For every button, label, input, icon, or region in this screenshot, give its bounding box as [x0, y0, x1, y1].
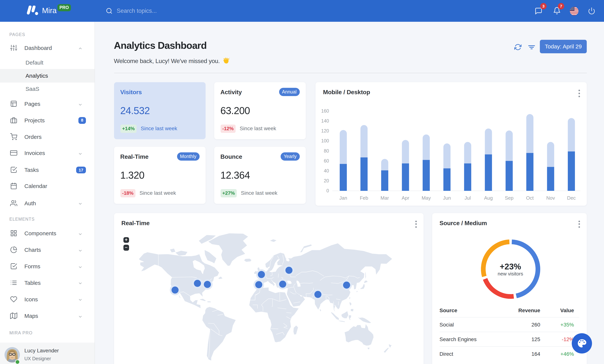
svg-text:Jan: Jan — [339, 195, 347, 201]
svg-text:Dec: Dec — [567, 195, 576, 201]
svg-text:Mar: Mar — [381, 195, 389, 201]
svg-text:40: 40 — [324, 168, 329, 173]
svg-text:20: 20 — [324, 178, 329, 183]
svg-text:Apr: Apr — [402, 195, 409, 201]
svg-text:60: 60 — [324, 158, 329, 163]
svg-text:0: 0 — [326, 188, 329, 193]
svg-text:140: 140 — [321, 118, 329, 124]
svg-text:100: 100 — [321, 138, 329, 143]
svg-text:120: 120 — [321, 128, 329, 133]
svg-text:160: 160 — [321, 108, 329, 113]
svg-text:Feb: Feb — [360, 195, 368, 201]
svg-text:Jul: Jul — [465, 195, 471, 201]
svg-text:Sep: Sep — [505, 195, 513, 201]
svg-text:Oct: Oct — [526, 195, 534, 201]
svg-text:Nov: Nov — [546, 195, 555, 201]
svg-text:May: May — [422, 195, 431, 201]
svg-text:80: 80 — [324, 148, 329, 153]
svg-text:Jun: Jun — [443, 195, 451, 201]
svg-text:Aug: Aug — [484, 195, 493, 201]
